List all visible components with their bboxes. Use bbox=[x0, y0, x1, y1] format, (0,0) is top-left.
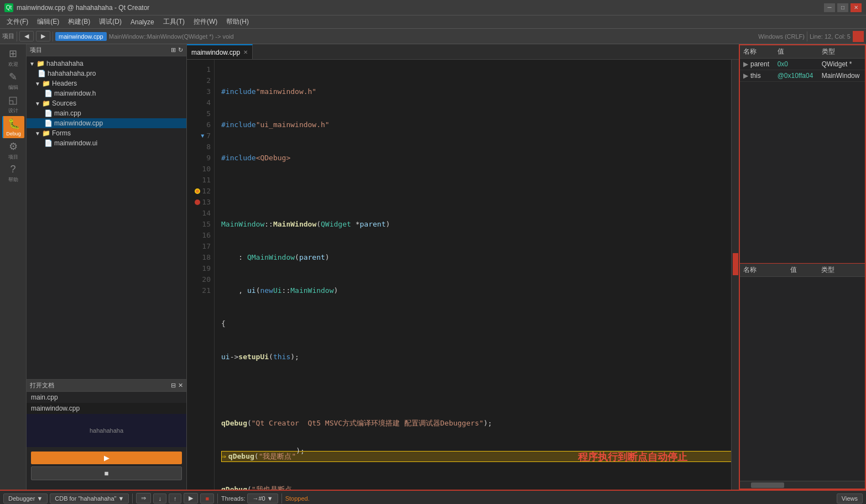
threads-dropdown-btn[interactable]: →#0 ▼ bbox=[247, 494, 278, 503]
debugger-dropdown-btn[interactable]: Debugger ▼ bbox=[3, 494, 48, 503]
tree-pro-file[interactable]: 📄 hahahahaha.pro bbox=[27, 69, 186, 78]
right-variable-panel: 名称 值 类型 ▶parent 0x0 QWidget * ▶this @0x1… bbox=[739, 44, 866, 490]
code-editor[interactable]: 1 2 3 4 5 6 ▼7 8 9 10 11 12 13 bbox=[187, 60, 739, 490]
open-files-list: main.cpp mainwindow.cpp bbox=[27, 392, 186, 414]
close-tab-icon[interactable]: ✕ bbox=[243, 49, 248, 55]
var-parent-expand: ▶parent bbox=[740, 59, 774, 70]
tree-mainwindow-ui[interactable]: 📄 mainwindow.ui bbox=[27, 138, 186, 148]
close-all-icon[interactable]: ✕ bbox=[178, 382, 183, 389]
sidebar-item-help[interactable]: ? 帮助 bbox=[2, 162, 24, 185]
split-icon[interactable]: ⊟ bbox=[171, 382, 176, 389]
line-12: 12 bbox=[190, 186, 211, 197]
tree-forms-folder[interactable]: ▼ 📁 Forms bbox=[27, 128, 186, 138]
maximize-button[interactable]: □ bbox=[837, 3, 848, 12]
menu-item-D[interactable]: 调试(D) bbox=[95, 16, 126, 28]
tree-headers-folder[interactable]: ▼ 📁 Headers bbox=[27, 78, 186, 88]
file-tree: ▼ 📁 hahahahaha 📄 hahahahaha.pro ▼ 📁 Head… bbox=[27, 56, 186, 379]
menu-item-Analyze[interactable]: Analyze bbox=[126, 17, 159, 27]
toolbar-back-btn[interactable]: ◀ bbox=[19, 31, 34, 41]
line-18: 18 bbox=[190, 252, 211, 263]
line-15: 15 bbox=[190, 219, 211, 230]
upper-variables: 名称 值 类型 ▶parent 0x0 QWidget * ▶this @0x1… bbox=[740, 45, 865, 263]
line-7: ▼7 bbox=[190, 130, 211, 141]
breadcrumb-path: MainWindow::MainWindow(QWidget *) -> voi… bbox=[109, 33, 234, 40]
sidebar-item-welcome[interactable]: ⊞ 欢迎 bbox=[2, 46, 24, 69]
hahahahaha-label: hahahahaha bbox=[27, 414, 186, 447]
breakpoint-marker bbox=[195, 200, 200, 205]
sidebar-item-design[interactable]: ◱ 设计 bbox=[2, 93, 24, 115]
sidebar-item-edit[interactable]: ✎ 编辑 bbox=[2, 70, 24, 92]
start-debug-button[interactable]: ▶ bbox=[31, 452, 182, 464]
tab-mainwindow-cpp[interactable]: mainwindow.cpp ✕ bbox=[187, 44, 253, 60]
menu-item-H[interactable]: 帮助(H) bbox=[222, 16, 253, 28]
folder-icon: 📁 bbox=[42, 80, 50, 87]
var-row-this: ▶this @0x10ffa04 MainWindow bbox=[740, 70, 865, 82]
sidebar-item-debug[interactable]: 🐛 Debug bbox=[2, 116, 24, 138]
code-content[interactable]: #include "mainwindow.h" #include "ui_mai… bbox=[215, 60, 739, 490]
step-into-btn[interactable]: ↓ bbox=[153, 494, 166, 503]
code-line-6: : QMainWindow(parent) bbox=[221, 252, 732, 263]
line-10: 10 bbox=[190, 164, 211, 175]
open-file-mainwindow-cpp[interactable]: mainwindow.cpp bbox=[27, 403, 186, 414]
toolbar-separator-3 bbox=[281, 494, 282, 503]
help-label: 帮助 bbox=[8, 176, 18, 183]
code-line-5: MainWindow::MainWindow(QWidget *parent) bbox=[221, 219, 732, 230]
tree-sources-folder[interactable]: ▼ 📁 Sources bbox=[27, 98, 186, 108]
header-file-icon: 📄 bbox=[44, 90, 52, 97]
cdb-label: CDB for "hahahahaha" bbox=[55, 495, 116, 502]
minimize-button[interactable]: ─ bbox=[824, 3, 835, 12]
line-2: 2 bbox=[190, 75, 211, 86]
tree-header-file[interactable]: 📄 mainwindow.h bbox=[27, 88, 186, 98]
line-19: 19 bbox=[190, 263, 211, 274]
close-button[interactable]: ✕ bbox=[851, 3, 862, 12]
code-line-13: qDebug("我也是断点 bbox=[221, 484, 732, 490]
var-row-parent: ▶parent 0x0 QWidget * bbox=[740, 59, 865, 70]
tree-main-cpp[interactable]: 📄 main.cpp bbox=[27, 108, 186, 118]
step-over-btn[interactable]: ⇒ bbox=[136, 493, 151, 503]
window-title: mainwindow.cpp @ hahahahaha - Qt Creator bbox=[17, 4, 824, 12]
main-cpp-filename: main.cpp bbox=[54, 109, 81, 117]
horizontal-scrollbar[interactable] bbox=[740, 481, 865, 489]
var-this-type: MainWindow bbox=[818, 70, 865, 82]
menu-item-B[interactable]: 构建(B) bbox=[64, 16, 95, 28]
threads-value: →#0 bbox=[252, 495, 265, 502]
toolbar-fwd-btn[interactable]: ▶ bbox=[36, 31, 50, 41]
main-layout: ⊞ 欢迎 ✎ 编辑 ◱ 设计 🐛 Debug ⚙ 项目 ? 帮助 项目 ⊞ bbox=[0, 44, 866, 490]
lower-type-header: 类型 bbox=[818, 264, 865, 277]
line-16: 16 bbox=[190, 230, 211, 241]
line-8: 8 bbox=[190, 141, 211, 153]
menu-item-F[interactable]: 文件(F) bbox=[2, 16, 33, 28]
open-files-header: 打开文档 ⊟ ✕ bbox=[27, 380, 186, 392]
continue-btn[interactable]: ▶ bbox=[184, 493, 198, 503]
var-name-header: 名称 bbox=[740, 45, 774, 59]
views-btn[interactable]: Views bbox=[837, 494, 863, 503]
open-files-title: 打开文档 bbox=[30, 381, 54, 390]
debug-indicator bbox=[853, 31, 864, 42]
projects-label: 项目 bbox=[8, 154, 18, 161]
code-line-8: { bbox=[221, 318, 732, 329]
tree-mainwindow-cpp[interactable]: 📄 mainwindow.cpp bbox=[27, 118, 186, 128]
vertical-scrollbar[interactable] bbox=[731, 60, 739, 490]
editor-area: mainwindow.cpp ✕ 1 2 3 4 5 6 ▼7 8 9 10 1… bbox=[187, 44, 739, 490]
open-file-main-cpp[interactable]: main.cpp bbox=[27, 392, 186, 403]
menu-item-T[interactable]: 工具(T) bbox=[159, 16, 189, 28]
sources-label: Sources bbox=[52, 99, 76, 107]
menu-item-E[interactable]: 编辑(E) bbox=[33, 16, 64, 28]
line-11: 11 bbox=[190, 175, 211, 186]
step-out-btn[interactable]: ↑ bbox=[169, 494, 182, 503]
line-13: 13 bbox=[190, 197, 211, 208]
sidebar-item-projects[interactable]: ⚙ 项目 bbox=[2, 139, 24, 161]
line-1: 1 bbox=[190, 64, 211, 75]
var-parent-type: QWidget * bbox=[818, 59, 865, 70]
stop-debug-button[interactable]: ■ bbox=[31, 466, 182, 480]
ui-file-icon: 📄 bbox=[44, 139, 52, 147]
stop-btn[interactable]: ■ bbox=[200, 494, 214, 503]
tree-project-root[interactable]: ▼ 📁 hahahahaha bbox=[27, 59, 186, 69]
current-file-tab[interactable]: mainwindow.cpp bbox=[55, 32, 107, 41]
menu-item-W[interactable]: 控件(W) bbox=[189, 16, 222, 28]
sidebar-sync-icon[interactable]: ↻ bbox=[178, 46, 183, 54]
cdb-dropdown-btn[interactable]: CDB for "hahahahaha" ▼ bbox=[50, 494, 129, 503]
sidebar-filter-icon[interactable]: ⊞ bbox=[171, 46, 176, 54]
encoding-info: Windows (CRLF) bbox=[758, 33, 805, 40]
mainwindow-cpp-filename: mainwindow.cpp bbox=[54, 119, 103, 127]
